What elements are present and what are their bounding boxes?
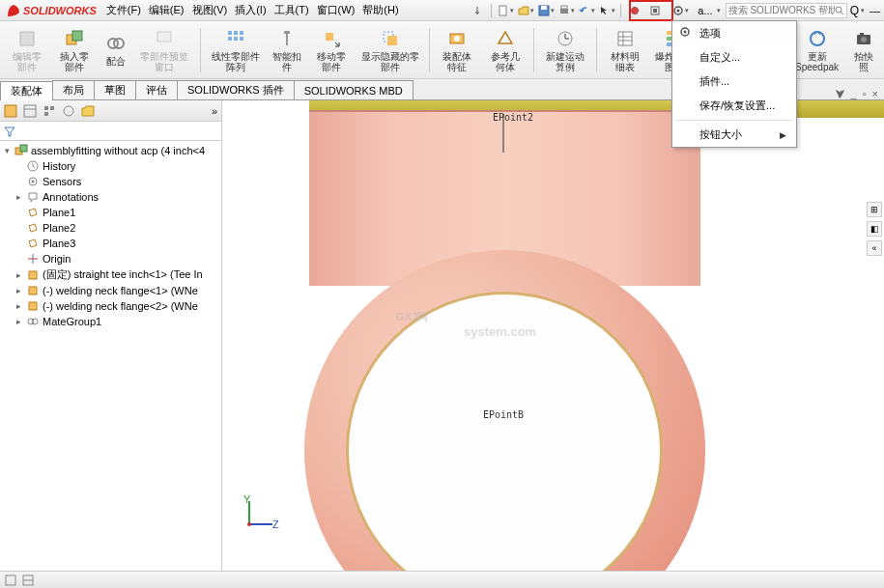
expand-icon[interactable]: ▸ — [14, 286, 23, 295]
model-geometry — [309, 100, 700, 564]
status-icon-1[interactable] — [4, 574, 17, 587]
separator — [676, 120, 792, 121]
rebuild-button[interactable] — [625, 2, 644, 19]
right-rail-button-1[interactable]: ⊞ — [867, 202, 882, 217]
gear-button[interactable]: ▾ — [666, 2, 695, 19]
tree-part-tee[interactable]: ▸(固定) straight tee inch<1> (Tee In — [2, 266, 219, 283]
tab-sketch[interactable]: 草图 — [94, 80, 136, 99]
panel-overflow-icon[interactable]: » — [212, 105, 217, 117]
doc-name-label: a... — [698, 5, 712, 16]
tab-controls: ⮟ _ ▫ × — [829, 88, 884, 99]
doc-dropdown-icon[interactable]: ▾ — [717, 7, 721, 14]
select-button[interactable]: ▾ — [597, 2, 616, 19]
menu-window[interactable]: 窗口(W) — [313, 1, 359, 19]
panel-tabs: » — [0, 100, 221, 122]
tab-options-button[interactable]: ▫ — [863, 88, 867, 99]
right-rail-button-3[interactable]: « — [867, 240, 882, 256]
dropdown-addins[interactable]: 插件... — [672, 70, 796, 94]
mate-button[interactable]: 配合 — [100, 24, 132, 76]
svg-rect-27 — [326, 33, 333, 41]
expand-icon[interactable]: ▸ — [14, 192, 23, 202]
tree-sensors[interactable]: Sensors — [2, 174, 219, 189]
tree-plane2[interactable]: Plane2 — [2, 220, 219, 236]
menu-insert[interactable]: 插入(I) — [231, 1, 270, 19]
feature-tree-tab-icon[interactable] — [4, 104, 17, 118]
pin-icon[interactable] — [468, 2, 487, 19]
tab-evaluate[interactable]: 评估 — [135, 80, 178, 99]
menu-help[interactable]: 帮助(H) — [358, 1, 402, 19]
minimize-tabs-button[interactable]: _ — [851, 88, 857, 99]
config-tab-icon[interactable] — [43, 104, 56, 118]
new-motion-study-button[interactable]: 新建运动算例 — [538, 24, 591, 76]
expand-tabs-button[interactable]: ⮟ — [835, 88, 845, 99]
svg-rect-13 — [20, 32, 34, 45]
tree-mates[interactable]: ▸MateGroup1 — [2, 314, 219, 329]
part-icon — [27, 269, 39, 281]
tab-assembly[interactable]: 装配体 — [0, 81, 53, 100]
menu-edit[interactable]: 编辑(E) — [145, 1, 188, 19]
bom-button[interactable]: 材料明细表 — [602, 24, 648, 76]
display-tab-icon[interactable] — [62, 104, 75, 118]
filter-icon[interactable] — [4, 126, 15, 137]
new-doc-button[interactable]: ▾ — [496, 2, 515, 19]
snapshot-button[interactable]: 拍快照 — [847, 24, 880, 76]
svg-rect-26 — [286, 34, 288, 45]
expand-icon[interactable]: ▸ — [14, 270, 23, 280]
tab-sw-mbd[interactable]: SOLIDWORKS MBD — [294, 80, 413, 99]
tree-annotations[interactable]: ▸Annotations — [2, 189, 219, 205]
expand-icon[interactable]: ▸ — [14, 301, 23, 311]
tree-part-flange1[interactable]: ▸(-) welding neck flange<1> (WNe — [2, 283, 219, 298]
show-hidden-button[interactable]: 显示隐藏的零部件 — [356, 24, 424, 76]
svg-point-41 — [811, 32, 824, 45]
preview-window-button[interactable]: 零部件预览窗口 — [134, 24, 195, 76]
svg-point-5 — [632, 8, 638, 14]
search-box[interactable] — [726, 3, 847, 18]
insert-component-button[interactable]: 插入零部件 — [52, 24, 99, 76]
minimize-button[interactable]: — — [870, 5, 880, 16]
dropdown-options[interactable]: 选项 — [672, 21, 796, 45]
svg-point-10 — [676, 9, 679, 12]
tree-history[interactable]: History — [2, 158, 219, 174]
menu-view[interactable]: 视图(V) — [188, 1, 232, 19]
graphics-viewport[interactable]: EPoint2 EPointB GXJ网 system.com Y Z — [222, 100, 884, 571]
svg-rect-24 — [240, 37, 243, 41]
open-button[interactable]: ▾ — [516, 2, 535, 19]
folder-tab-icon[interactable] — [81, 104, 95, 118]
property-tab-icon[interactable] — [23, 104, 37, 118]
assembly-features-button[interactable]: 装配体特征 — [435, 24, 481, 76]
tree-part-flange2[interactable]: ▸(-) welding neck flange<2> (WNe — [2, 298, 219, 314]
print-button[interactable]: ▾ — [556, 2, 576, 19]
dropdown-button-size[interactable]: 按钮大小▶ — [672, 123, 796, 147]
svg-rect-52 — [44, 112, 48, 116]
status-icon-2[interactable] — [21, 574, 35, 587]
tree-plane1[interactable]: Plane1 — [2, 205, 219, 220]
edit-component-button[interactable]: 编辑零部件 — [4, 24, 50, 76]
menu-tools[interactable]: 工具(T) — [271, 1, 313, 19]
tree-plane3[interactable]: Plane3 — [2, 236, 219, 251]
collapse-icon[interactable]: ▾ — [2, 146, 12, 155]
reference-geometry-button[interactable]: 参考几何体 — [482, 24, 528, 76]
menu-file[interactable]: 文件(F) — [102, 1, 145, 19]
dropdown-customize[interactable]: 自定义... — [672, 45, 796, 70]
tree-origin[interactable]: Origin — [2, 251, 219, 266]
help-button[interactable]: Q — [850, 4, 859, 17]
svg-rect-48 — [24, 105, 36, 117]
close-tabs-button[interactable]: × — [872, 88, 878, 99]
tab-sw-addins[interactable]: SOLIDWORKS 插件 — [177, 80, 295, 99]
expand-icon[interactable]: ▸ — [14, 317, 23, 326]
move-component-button[interactable]: 移动零部件 — [308, 24, 355, 76]
right-rail-button-2[interactable]: ◧ — [867, 221, 882, 237]
tab-layout[interactable]: 布局 — [52, 80, 95, 99]
options-button[interactable] — [645, 2, 665, 19]
search-input[interactable] — [728, 5, 835, 15]
linear-pattern-button[interactable]: 线性零部件阵列 — [205, 24, 266, 76]
save-button[interactable]: ▾ — [536, 2, 556, 19]
smart-fasteners-button[interactable]: 智能扣件 — [268, 24, 306, 76]
right-toolbar: ⊞ ◧ « — [867, 202, 882, 256]
app-name: SOLIDWORKS — [23, 5, 97, 16]
svg-rect-3 — [560, 9, 568, 14]
dropdown-save-restore[interactable]: 保存/恢复设置... — [672, 94, 796, 118]
tree-root[interactable]: ▾ assemblyfitting without acp (4 inch<4 — [2, 143, 219, 158]
separator — [533, 28, 534, 72]
undo-button[interactable]: ▾ — [577, 2, 596, 19]
